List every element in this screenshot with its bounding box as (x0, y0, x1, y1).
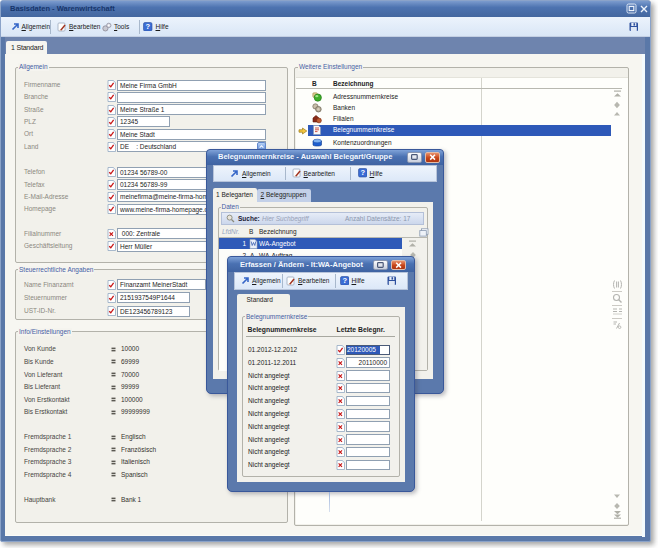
svg-text:?: ? (145, 22, 150, 31)
svg-text:?: ? (342, 276, 347, 285)
svg-text:?: ? (360, 168, 365, 177)
